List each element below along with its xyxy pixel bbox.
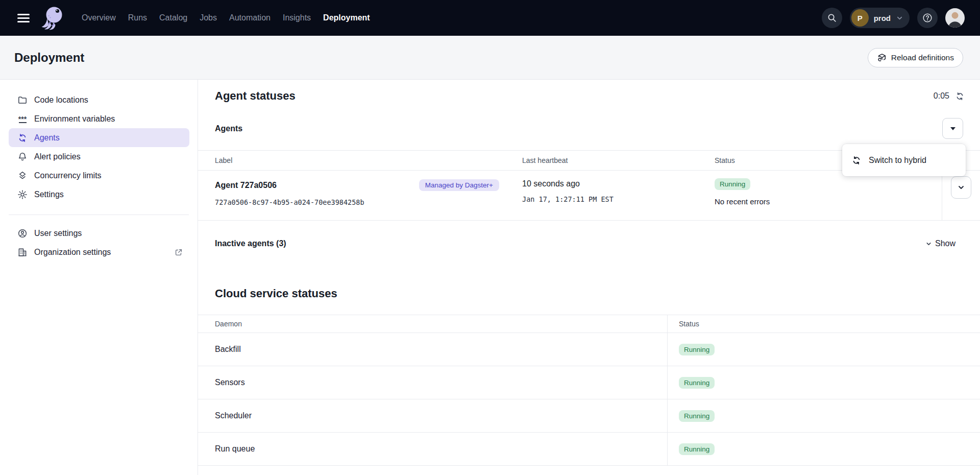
agent-name: Agent 727a0506 bbox=[215, 181, 277, 190]
sidebar-item-label: Concurrency limits bbox=[34, 171, 102, 180]
daemon-row: Scheduler Running bbox=[198, 399, 980, 433]
search-button[interactable] bbox=[822, 8, 842, 28]
user-avatar[interactable] bbox=[945, 8, 965, 28]
nav-right-cluster: P prod bbox=[822, 8, 965, 28]
help-icon bbox=[922, 12, 933, 23]
deployment-avatar: P bbox=[851, 9, 869, 27]
nav-item-deployment[interactable]: Deployment bbox=[323, 13, 370, 22]
page-header: Deployment Reload definitions bbox=[0, 36, 980, 80]
sidebar-item-label: Environment variables bbox=[34, 114, 115, 124]
main-content: Agent statuses 0:05 Agents Label Last he… bbox=[198, 80, 980, 475]
sidebar-item-environment-variables[interactable]: *** Environment variables bbox=[9, 109, 189, 128]
building-icon bbox=[17, 247, 28, 257]
cloud-table-header: Daemon Status bbox=[198, 315, 980, 333]
column-header-heartbeat: Last heartbeat bbox=[514, 156, 706, 164]
agents-menu-button[interactable] bbox=[942, 118, 963, 139]
reload-definitions-icon bbox=[877, 53, 887, 63]
sidebar-item-settings[interactable]: Settings bbox=[9, 185, 189, 204]
daemon-name: Run queue bbox=[198, 444, 667, 454]
primary-nav: Overview Runs Catalog Jobs Automation In… bbox=[82, 13, 370, 22]
app-root: Overview Runs Catalog Jobs Automation In… bbox=[0, 0, 980, 475]
status-note: No recent errors bbox=[715, 197, 942, 206]
heartbeat-timestamp: Jan 17, 1:27:11 PM EST bbox=[522, 195, 706, 203]
agent-heartbeat-cell: 10 seconds ago Jan 17, 1:27:11 PM EST bbox=[514, 171, 706, 220]
hamburger-menu-icon[interactable] bbox=[17, 14, 30, 22]
refresh-countdown: 0:05 bbox=[934, 91, 949, 101]
nav-item-automation[interactable]: Automation bbox=[229, 13, 271, 22]
agents-dropdown-menu: Switch to hybrid bbox=[842, 144, 966, 176]
gear-icon bbox=[17, 189, 28, 200]
daemon-name: Scheduler bbox=[198, 411, 667, 420]
sidebar-item-code-locations[interactable]: Code locations bbox=[9, 90, 189, 109]
sidebar-item-concurrency-limits[interactable]: Concurrency limits bbox=[9, 166, 189, 185]
nav-item-catalog[interactable]: Catalog bbox=[159, 13, 187, 22]
chevron-down-icon bbox=[896, 14, 903, 22]
layers-icon bbox=[17, 171, 28, 181]
page-title: Deployment bbox=[14, 51, 868, 65]
heartbeat-relative: 10 seconds ago bbox=[522, 179, 706, 188]
sidebar-item-agents[interactable]: Agents bbox=[9, 128, 189, 147]
dagster-logo-icon[interactable] bbox=[41, 5, 64, 31]
cloud-services-table: Daemon Status Backfill Running Sensors R… bbox=[198, 315, 980, 466]
managed-badge: Managed by Dagster+ bbox=[419, 179, 499, 191]
switch-hybrid-icon bbox=[851, 155, 862, 165]
agent-actions-cell bbox=[942, 171, 980, 220]
folder-icon bbox=[17, 95, 28, 105]
bell-icon bbox=[17, 152, 28, 162]
status-badge: Running bbox=[679, 344, 715, 355]
inactive-agents-show-toggle[interactable]: Show bbox=[925, 239, 955, 248]
chevron-down-icon bbox=[925, 241, 932, 247]
daemon-row: Run queue Running bbox=[198, 433, 980, 466]
external-link-icon bbox=[174, 248, 183, 257]
show-label: Show bbox=[935, 239, 955, 248]
nav-item-insights[interactable]: Insights bbox=[283, 13, 311, 22]
agents-sync-icon bbox=[17, 133, 28, 143]
sidebar-item-label: Settings bbox=[34, 190, 64, 199]
sidebar-item-label: Code locations bbox=[34, 96, 88, 105]
agents-subheading: Agents bbox=[215, 124, 242, 133]
column-header-daemon: Daemon bbox=[198, 320, 667, 328]
agent-label-cell: Agent 727a0506 Managed by Dagster+ 727a0… bbox=[198, 171, 514, 220]
daemon-name: Sensors bbox=[198, 378, 667, 387]
sidebar-item-alert-policies[interactable]: Alert policies bbox=[9, 147, 189, 166]
agent-row-menu-button[interactable] bbox=[951, 176, 971, 199]
sidebar-item-organization-settings[interactable]: Organization settings bbox=[9, 243, 189, 262]
reload-definitions-label: Reload definitions bbox=[891, 53, 954, 62]
sidebar-item-label: Organization settings bbox=[34, 248, 111, 257]
sidebar-item-label: Agents bbox=[34, 133, 60, 142]
status-badge: Running bbox=[679, 443, 715, 455]
status-badge: Running bbox=[715, 178, 750, 190]
user-circle-icon bbox=[17, 228, 28, 239]
refresh-icon[interactable] bbox=[955, 91, 965, 101]
search-icon bbox=[827, 13, 837, 23]
menu-item-switch-to-hybrid[interactable]: Switch to hybrid bbox=[869, 156, 926, 165]
nav-item-jobs[interactable]: Jobs bbox=[200, 13, 217, 22]
sidebar-item-label: Alert policies bbox=[34, 152, 81, 161]
status-badge: Running bbox=[679, 410, 715, 422]
chevron-down-icon bbox=[957, 183, 965, 192]
sidebar-item-user-settings[interactable]: User settings bbox=[9, 224, 189, 243]
deployment-name: prod bbox=[874, 14, 891, 22]
top-nav: Overview Runs Catalog Jobs Automation In… bbox=[0, 0, 980, 36]
help-button[interactable] bbox=[917, 8, 938, 28]
agent-id: 727a0506-8c97-4b95-a024-70ee3984258b bbox=[215, 198, 499, 206]
daemon-name: Backfill bbox=[198, 345, 667, 354]
inactive-agents-label: Inactive agents (3) bbox=[215, 239, 286, 248]
caret-down-icon bbox=[950, 127, 955, 130]
agent-statuses-title: Agent statuses bbox=[215, 89, 934, 103]
nav-item-overview[interactable]: Overview bbox=[82, 13, 116, 22]
nav-item-runs[interactable]: Runs bbox=[128, 13, 147, 22]
column-header-label: Label bbox=[198, 156, 514, 164]
cloud-service-statuses-title: Cloud service statuses bbox=[215, 287, 980, 300]
status-badge: Running bbox=[679, 377, 715, 389]
agent-row: Agent 727a0506 Managed by Dagster+ 727a0… bbox=[198, 171, 980, 221]
daemon-row: Backfill Running bbox=[198, 333, 980, 366]
agent-status-cell: Running No recent errors bbox=[706, 171, 942, 220]
daemon-row: Sensors Running bbox=[198, 366, 980, 399]
deployment-switcher[interactable]: P prod bbox=[850, 8, 910, 28]
column-header-status: Status bbox=[667, 315, 980, 332]
sidebar-item-label: User settings bbox=[34, 229, 82, 238]
sidebar-divider bbox=[9, 215, 189, 215]
reload-definitions-button[interactable]: Reload definitions bbox=[868, 48, 963, 67]
settings-sidebar: Code locations *** Environment variables… bbox=[0, 80, 198, 475]
